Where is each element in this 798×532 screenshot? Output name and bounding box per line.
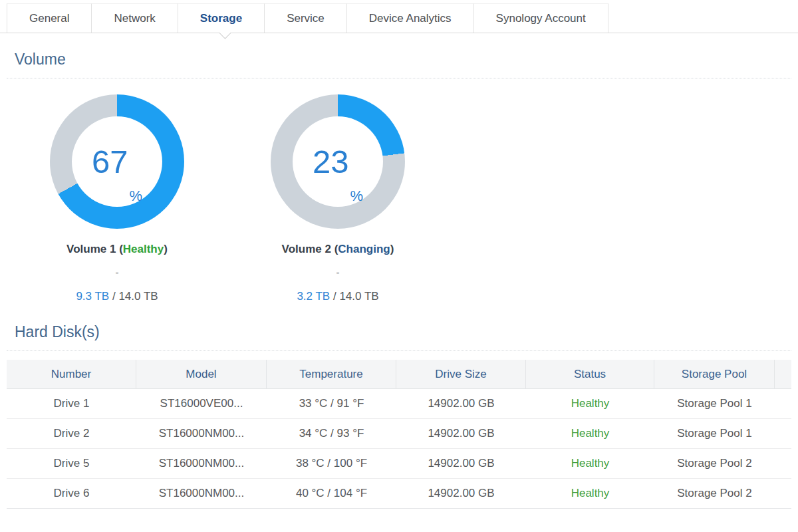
cell-drive-size: 14902.00 GB [396,449,526,478]
table-body: Drive 1 ST16000VE00... 33 °C / 91 °F 149… [7,389,791,509]
volume-1-donut-chart: 67 % [50,94,184,229]
column-header-temperature: Temperature [267,360,396,388]
volume-2-status: Changing [338,243,390,255]
table-row-drive-5[interactable]: Drive 5 ST16000NM00... 38 °C / 100 °F 14… [7,449,791,479]
column-header-number: Number [7,360,136,388]
cell-model: ST16000NM00... [136,449,267,478]
storage-settings-page: General Network Storage Service Device A… [0,0,798,532]
volume-1-block: 67 % Volume 1 (Healthy) - 9.3 TB / 14.0 … [7,94,227,303]
volume-1-name: Volume 1 ( [66,243,123,255]
cell-storage-pool: Storage Pool 2 [654,449,775,478]
cell-temperature: 33 °C / 91 °F [267,389,396,418]
tab-device-analytics[interactable]: Device Analytics [347,3,474,33]
volume-2-label-close: ) [390,243,394,255]
cell-model: ST16000NM00... [136,419,267,448]
column-header-storage-pool: Storage Pool [654,360,775,388]
volume-1-donut-hole: 67 % [72,116,162,207]
volume-1-placeholder: - [116,267,119,278]
cell-number: Drive 5 [7,449,136,478]
column-header-status: Status [526,360,654,388]
volume-1-usage: 9.3 TB / 14.0 TB [76,290,158,303]
cell-status: Healthy [526,419,654,448]
volume-2-percent-value: 23 [313,146,349,178]
cell-storage-pool: Storage Pool 2 [654,479,775,508]
cell-status: Healthy [526,449,654,478]
cell-number: Drive 1 [7,389,136,418]
volume-2-name: Volume 2 ( [282,243,338,255]
volume-list: 67 % Volume 1 (Healthy) - 9.3 TB / 14.0 … [7,94,791,303]
cell-filler [775,479,791,508]
hard-disk-table: Number Model Temperature Drive Size Stat… [7,360,791,509]
tab-synology-account[interactable]: Synology Account [474,3,608,33]
volume-1-usage-divider: / [112,290,116,303]
table-row-drive-2[interactable]: Drive 2 ST16000NM00... 34 °C / 93 °F 149… [7,419,791,449]
column-header-drive-size: Drive Size [396,360,526,388]
cell-drive-size: 14902.00 GB [396,479,526,508]
tab-service[interactable]: Service [265,3,347,33]
cell-temperature: 40 °C / 104 °F [267,479,396,508]
volume-1-label: Volume 1 (Healthy) [66,243,168,256]
volume-2-percent-unit: % [350,189,363,207]
cell-filler [775,389,791,418]
volume-2-block: 23 % Volume 2 (Changing) - 3.2 TB / 14.0… [227,94,448,303]
volume-2-total: 14.0 TB [339,290,378,303]
volume-2-donut-hole: 23 % [293,116,383,207]
volume-2-placeholder: - [336,267,340,278]
volume-section: Volume 67 % Volume 1 (Healthy) - 9.3 TB … [7,51,791,303]
column-header-filler [775,360,791,388]
tab-network[interactable]: Network [92,3,178,33]
volume-1-label-close: ) [164,243,168,255]
cell-number: Drive 6 [7,479,136,508]
volume-1-status: Healthy [123,243,164,255]
cell-filler [775,449,791,478]
cell-storage-pool: Storage Pool 1 [654,389,775,418]
volume-1-total: 14.0 TB [118,290,158,303]
volume-1-used: 9.3 TB [76,290,109,303]
volume-1-percent-value: 67 [92,146,128,178]
cell-storage-pool: Storage Pool 1 [654,419,775,448]
volume-section-divider: Volume [7,51,791,78]
tab-bar: General Network Storage Service Device A… [0,0,798,33]
volume-section-title: Volume [7,51,791,78]
volume-2-donut-chart: 23 % [271,94,405,229]
cell-drive-size: 14902.00 GB [396,419,526,448]
volume-1-percent-unit: % [129,189,142,207]
tab-general[interactable]: General [7,3,92,33]
volume-2-usage-divider: / [333,290,336,303]
table-row-drive-6[interactable]: Drive 6 ST16000NM00... 40 °C / 104 °F 14… [7,479,791,509]
cell-drive-size: 14902.00 GB [396,389,526,418]
hard-disks-title: Hard Disk(s) [7,323,791,350]
table-row-drive-1[interactable]: Drive 1 ST16000VE00... 33 °C / 91 °F 149… [7,389,791,419]
column-header-model: Model [136,360,267,388]
cell-temperature: 34 °C / 93 °F [267,419,396,448]
cell-number: Drive 2 [7,419,136,448]
volume-2-used: 3.2 TB [297,290,330,303]
cell-model: ST16000NM00... [136,479,267,508]
table-header-row: Number Model Temperature Drive Size Stat… [7,360,791,389]
cell-status: Healthy [526,479,654,508]
hard-disks-divider: Hard Disk(s) [7,323,791,351]
cell-model: ST16000VE00... [136,389,267,418]
cell-status: Healthy [526,389,654,418]
hard-disks-section: Hard Disk(s) Number Model Temperature Dr… [7,323,791,509]
tab-storage[interactable]: Storage [178,3,265,33]
volume-2-usage: 3.2 TB / 14.0 TB [297,290,378,303]
cell-temperature: 38 °C / 100 °F [267,449,396,478]
volume-2-label: Volume 2 (Changing) [282,243,394,256]
cell-filler [775,419,791,448]
